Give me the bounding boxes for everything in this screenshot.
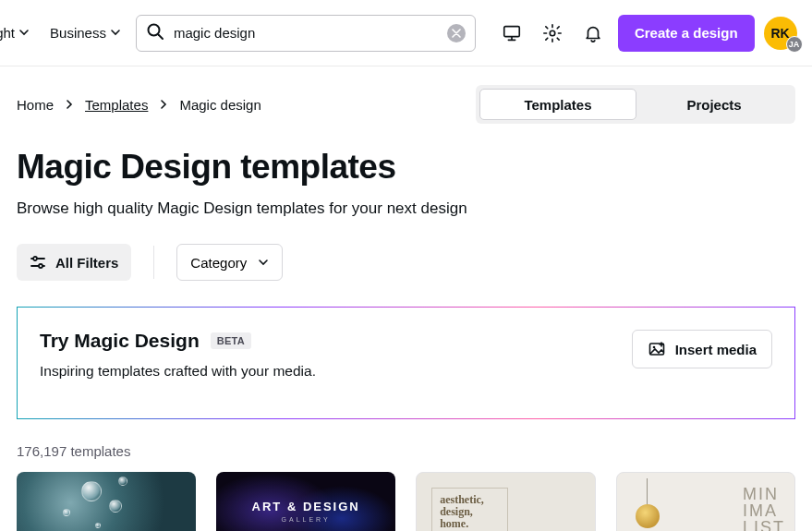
all-filters-label: All Filters xyxy=(55,255,118,271)
breadcrumb-current: Magic design xyxy=(179,97,261,113)
search-box[interactable] xyxy=(136,15,476,52)
nav-business-label: Business xyxy=(50,25,106,41)
nav-business[interactable]: Business xyxy=(44,25,127,41)
card-line: home. xyxy=(440,518,499,530)
desktop-icon-button[interactable] xyxy=(496,18,527,49)
template-card[interactable]: aesthetic, design, home. STUDIO SHODWE xyxy=(416,472,595,531)
magic-design-card: Try Magic Design BETA Inspiring template… xyxy=(17,307,795,419)
avatar-initials: RK xyxy=(771,26,790,41)
card-subtitle: GALLERY xyxy=(252,516,360,523)
filters-icon xyxy=(30,254,46,271)
card-line: IMA xyxy=(743,502,785,519)
desktop-icon xyxy=(502,23,522,43)
create-design-button[interactable]: Create a design xyxy=(618,15,755,52)
chevron-right-icon xyxy=(65,100,74,109)
page-title: Magic Design templates xyxy=(17,148,795,187)
magic-title: Try Magic Design xyxy=(40,330,200,352)
result-count: 176,197 templates xyxy=(17,443,795,459)
card-line: LIST xyxy=(743,519,785,531)
filter-row: All Filters Category xyxy=(17,244,795,281)
insert-media-button[interactable]: Insert media xyxy=(632,330,772,368)
chevron-right-icon xyxy=(159,100,168,109)
lamp-graphic xyxy=(634,478,661,531)
all-filters-button[interactable]: All Filters xyxy=(17,244,131,281)
breadcrumb-home[interactable]: Home xyxy=(17,97,54,113)
account-menu[interactable]: RK JA xyxy=(764,17,797,50)
svg-point-9 xyxy=(39,264,42,268)
view-toggle: Templates Projects xyxy=(476,85,795,124)
avatar-badge: JA xyxy=(786,36,803,53)
chevron-down-icon xyxy=(110,25,121,41)
template-card[interactable] xyxy=(17,472,196,531)
magic-subtitle: Inspiring templates crafted with your me… xyxy=(40,363,316,380)
nav-spotlight-label: otlight xyxy=(0,25,15,41)
svg-point-7 xyxy=(33,257,37,260)
svg-point-5 xyxy=(550,30,555,36)
template-card[interactable]: ART & DESIGN GALLERY xyxy=(216,472,395,531)
avatar-badge-text: JA xyxy=(789,40,800,49)
search-icon xyxy=(146,22,164,44)
template-grid: ART & DESIGN GALLERY aesthetic, design, … xyxy=(17,472,795,531)
svg-point-0 xyxy=(148,24,159,35)
settings-button[interactable] xyxy=(537,18,568,49)
chevron-down-icon xyxy=(18,25,30,41)
svg-rect-2 xyxy=(504,26,520,36)
nav-spotlight[interactable]: otlight xyxy=(0,25,35,41)
notifications-button[interactable] xyxy=(577,18,609,49)
subheader: Home Templates Magic design Templates Pr… xyxy=(17,66,795,124)
main-content: Home Templates Magic design Templates Pr… xyxy=(0,66,812,531)
chevron-down-icon xyxy=(258,257,269,268)
clear-search-button[interactable] xyxy=(447,24,466,42)
divider xyxy=(153,246,154,279)
gear-icon xyxy=(542,23,563,43)
search-input[interactable] xyxy=(174,25,438,41)
svg-point-11 xyxy=(652,346,655,349)
card-text: MIN IMA LIST xyxy=(743,486,785,531)
top-header: otlight Business Create a design RK JA xyxy=(0,0,812,66)
insert-media-label: Insert media xyxy=(675,342,757,357)
card-line: MIN xyxy=(743,486,785,502)
card-title: ART & DESIGN xyxy=(252,500,360,513)
tab-templates[interactable]: Templates xyxy=(479,89,636,120)
bell-icon xyxy=(583,23,603,43)
close-icon xyxy=(452,29,461,38)
category-label: Category xyxy=(190,255,247,271)
template-card[interactable]: MIN IMA LIST xyxy=(616,472,795,531)
breadcrumb: Home Templates Magic design xyxy=(17,97,261,113)
breadcrumb-templates[interactable]: Templates xyxy=(85,97,148,113)
image-plus-icon xyxy=(648,340,666,358)
tab-projects[interactable]: Projects xyxy=(636,89,792,120)
create-design-label: Create a design xyxy=(635,25,738,41)
svg-line-1 xyxy=(158,34,163,39)
page-subtitle: Browse high quality Magic Design templat… xyxy=(17,199,795,218)
beta-badge: BETA xyxy=(211,332,251,349)
category-dropdown[interactable]: Category xyxy=(176,244,283,281)
